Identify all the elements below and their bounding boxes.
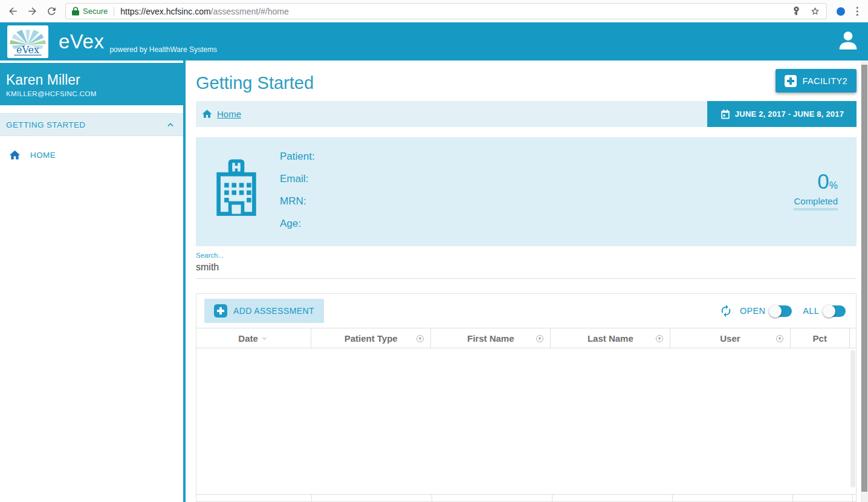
forward-arrow-icon — [27, 5, 38, 17]
filter-icon[interactable] — [535, 334, 545, 344]
url-host: https://evex.hcfsinc.com — [120, 7, 210, 16]
filter-icon[interactable] — [415, 334, 425, 344]
hospital-icon — [215, 157, 258, 246]
sidebar: Karen Miller KMILLER@HCFSINC.COM GETTING… — [0, 60, 183, 502]
address-bar[interactable]: Secure https://evex.hcfsinc.com /assessm… — [65, 3, 827, 19]
url-separator — [114, 7, 114, 16]
breadcrumb: Home — [196, 101, 707, 127]
sidebar-section-getting-started[interactable]: GETTING STARTED — [0, 113, 183, 136]
open-toggle-label: OPEN — [740, 306, 765, 316]
bookmark-star-icon[interactable] — [810, 6, 820, 16]
table-scrollbar-thumb[interactable] — [850, 350, 855, 487]
filter-icon[interactable] — [655, 334, 664, 344]
home-icon — [8, 149, 21, 161]
toggle-knob — [769, 305, 782, 318]
age-label: Age: — [280, 218, 315, 240]
percent-complete: 0% — [817, 171, 838, 192]
main-content: Getting Started FACILITY2 Home JUNE 2, 2… — [183, 60, 868, 502]
assessments-table: ADD ASSESSMENT OPEN ALL Date — [196, 293, 857, 502]
all-toggle-label: ALL — [803, 306, 819, 316]
completed-link[interactable]: Completed — [794, 196, 838, 210]
column-header-user[interactable]: User — [670, 328, 790, 348]
plus-icon — [214, 304, 227, 318]
facility-button[interactable]: FACILITY2 — [776, 69, 857, 93]
patient-summary-card: Patient: Email: MRN: Age: 0% Completed — [196, 137, 857, 246]
security-chip[interactable]: Secure — [72, 7, 108, 16]
sidebar-item-label: HOME — [30, 151, 56, 160]
search-input[interactable] — [196, 262, 438, 273]
date-range-label: JUNE 2, 2017 - JUNE 8, 2017 — [735, 109, 844, 119]
table-header-row: Date Patient Type First Name Last Name U… — [196, 328, 856, 348]
plus-icon — [785, 75, 797, 87]
page-title: Getting Started — [196, 73, 314, 93]
url-path: /assessment/#/home — [211, 7, 289, 16]
email-label: Email: — [280, 173, 315, 195]
refresh-icon — [719, 304, 733, 318]
reload-icon — [46, 5, 57, 17]
sidebar-item-home[interactable]: HOME — [0, 143, 183, 166]
patient-label: Patient: — [280, 151, 315, 173]
mrn-label: MRN: — [280, 195, 315, 218]
app-tagline: powered by HealthWare Systems — [109, 45, 217, 54]
user-panel: Karen Miller KMILLER@HCFSINC.COM — [0, 63, 183, 105]
browser-menu-icon[interactable]: ⋮ — [851, 6, 863, 16]
page-scrollbar-thumb[interactable] — [861, 65, 867, 492]
search-label: Search... — [196, 252, 857, 259]
home-icon — [201, 108, 213, 120]
column-header-patient-type[interactable]: Patient Type — [311, 328, 431, 348]
column-header-last-name[interactable]: Last Name — [551, 328, 670, 348]
table-body-empty — [196, 348, 856, 494]
back-arrow-icon — [7, 5, 19, 17]
all-toggle[interactable] — [824, 305, 846, 317]
breadcrumb-home-link[interactable]: Home — [217, 109, 241, 119]
add-assessment-label: ADD ASSESSMENT — [233, 306, 314, 316]
table-footer-row — [196, 494, 856, 501]
sidebar-section-label: GETTING STARTED — [6, 120, 86, 129]
toggle-knob — [823, 305, 835, 318]
forward-button[interactable] — [24, 4, 40, 19]
refresh-button[interactable] — [719, 304, 733, 318]
app-name: eVex — [59, 30, 104, 53]
chevron-up-icon — [165, 119, 176, 130]
open-toggle[interactable] — [770, 305, 792, 317]
reload-button[interactable] — [44, 4, 59, 19]
facility-button-label: FACILITY2 — [802, 76, 847, 86]
sort-down-icon — [260, 334, 269, 343]
add-assessment-button[interactable]: ADD ASSESSMENT — [204, 299, 324, 323]
search-field: Search... — [196, 252, 857, 279]
svg-text:eVex: eVex — [16, 44, 39, 55]
date-range-picker[interactable]: JUNE 2, 2017 - JUNE 8, 2017 — [707, 101, 857, 127]
user-email: KMILLER@HCFSINC.COM — [6, 90, 177, 97]
app-header: eVex eVex powered by HealthWare Systems — [0, 22, 868, 60]
column-header-first-name[interactable]: First Name — [431, 328, 551, 348]
user-name: Karen Miller — [6, 72, 177, 88]
profile-avatar[interactable] — [837, 7, 845, 16]
user-menu-button[interactable] — [836, 28, 860, 55]
header-scrollbar-gutter — [850, 328, 856, 348]
back-button[interactable] — [5, 4, 21, 19]
table-scrollbar[interactable] — [850, 349, 856, 494]
lock-icon — [72, 7, 79, 16]
column-header-date[interactable]: Date — [196, 328, 311, 348]
column-header-pct[interactable]: Pct — [791, 328, 850, 348]
evex-logo[interactable]: eVex — [7, 25, 48, 58]
secure-label: Secure — [83, 7, 108, 16]
filter-icon[interactable] — [775, 334, 785, 344]
person-icon — [836, 28, 860, 53]
calendar-icon — [720, 109, 731, 120]
browser-chrome: Secure https://evex.hcfsinc.com /assessm… — [0, 0, 868, 22]
key-icon[interactable] — [791, 6, 802, 16]
evex-logo-icon: eVex — [8, 26, 47, 57]
page-scrollbar[interactable] — [861, 60, 868, 502]
